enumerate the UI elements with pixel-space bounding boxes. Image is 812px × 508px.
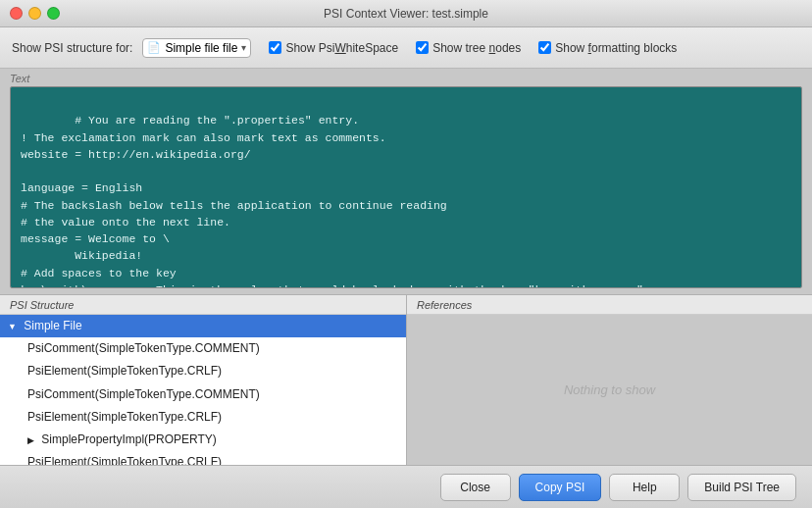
help-button[interactable]: Help <box>609 474 680 501</box>
show-psi-label: Show PSI structure for: <box>12 41 132 55</box>
main-content: Text # You are reading the ".properties"… <box>0 69 812 465</box>
toolbar: Show PSI structure for: 📄 Simple file fi… <box>0 27 812 69</box>
window-controls <box>10 7 60 20</box>
show-formatting-blocks-checkbox[interactable] <box>538 41 551 54</box>
copy-psi-button[interactable]: Copy PSI <box>519 474 602 501</box>
tree-item-simple-file[interactable]: ▼ Simple File <box>0 315 406 337</box>
psi-structure-panel: PSI Structure ▼ Simple File PsiComment(S… <box>0 295 407 465</box>
bottom-section: PSI Structure ▼ Simple File PsiComment(S… <box>0 294 812 465</box>
tree-item-psi-element-crlf-2[interactable]: PsiElement(SimpleTokenType.CRLF) <box>0 406 406 429</box>
title-bar: PSI Context Viewer: test.simple <box>0 0 812 27</box>
tree-item-simple-property[interactable]: ▶ SimplePropertyImpl(PROPERTY) <box>0 429 406 451</box>
window-title: PSI Context Viewer: test.simple <box>324 7 488 21</box>
tree-item-psi-comment-2[interactable]: PsiComment(SimpleTokenType.COMMENT) <box>0 383 406 406</box>
footer: Close Copy PSI Help Build PSI Tree <box>0 465 812 508</box>
maximize-window-button[interactable] <box>47 7 60 20</box>
text-section: Text # You are reading the ".properties"… <box>0 69 812 294</box>
references-empty-text: Nothing to show <box>407 315 812 465</box>
references-header: References <box>407 295 812 315</box>
show-formatting-blocks-group: Show formatting blocks <box>538 41 677 55</box>
psi-structure-header: PSI Structure <box>0 295 406 315</box>
file-type-value: Simple file file <box>165 41 237 55</box>
build-psi-tree-button[interactable]: Build PSI Tree <box>687 474 796 501</box>
file-icon: 📄 <box>147 41 161 54</box>
expand-icon-simple-file: ▼ <box>8 322 17 331</box>
tree-item-label: PsiComment(SimpleTokenType.COMMENT) <box>27 387 260 401</box>
psi-tree-container[interactable]: ▼ Simple File PsiComment(SimpleTokenType… <box>0 315 406 465</box>
show-tree-nodes-group: Show tree nodes <box>416 41 521 55</box>
show-formatting-blocks-label[interactable]: Show formatting blocks <box>555 41 677 55</box>
text-area-content[interactable]: # You are reading the ".properties" entr… <box>11 87 801 287</box>
file-type-select-wrap[interactable]: 📄 Simple file file ▾ <box>142 38 251 58</box>
show-psi-whitespace-group: Show PsiWhiteSpace <box>269 41 398 55</box>
tree-item-label: PsiElement(SimpleTokenType.CRLF) <box>27 455 222 465</box>
tree-item-psi-element-crlf-1[interactable]: PsiElement(SimpleTokenType.CRLF) <box>0 360 406 382</box>
expand-icon-property: ▶ <box>27 435 34 445</box>
close-button[interactable]: Close <box>440 474 511 501</box>
tree-item-label: Simple File <box>24 319 81 332</box>
show-tree-nodes-checkbox[interactable] <box>416 41 429 54</box>
tree-item-psi-element-crlf-3[interactable]: PsiElement(SimpleTokenType.CRLF) <box>0 451 406 465</box>
show-psi-whitespace-checkbox[interactable] <box>269 41 281 54</box>
show-tree-nodes-label[interactable]: Show tree nodes <box>432 41 521 55</box>
close-window-button[interactable] <box>10 7 23 20</box>
text-section-label: Text <box>0 69 812 86</box>
references-panel: References Nothing to show <box>407 295 812 465</box>
tree-item-label: PsiElement(SimpleTokenType.CRLF) <box>27 364 222 378</box>
tree-item-label: PsiElement(SimpleTokenType.CRLF) <box>27 410 222 424</box>
tree-item-label: PsiComment(SimpleTokenType.COMMENT) <box>27 341 260 355</box>
chevron-down-icon: ▾ <box>241 42 246 53</box>
text-area-container: # You are reading the ".properties" entr… <box>10 86 802 288</box>
tree-item-label: SimplePropertyImpl(PROPERTY) <box>41 432 217 446</box>
tree-item-psi-comment-1[interactable]: PsiComment(SimpleTokenType.COMMENT) <box>0 337 406 360</box>
show-psi-whitespace-label[interactable]: Show PsiWhiteSpace <box>285 41 398 55</box>
text-content: # You are reading the ".properties" entr… <box>21 114 650 287</box>
minimize-window-button[interactable] <box>28 7 41 20</box>
